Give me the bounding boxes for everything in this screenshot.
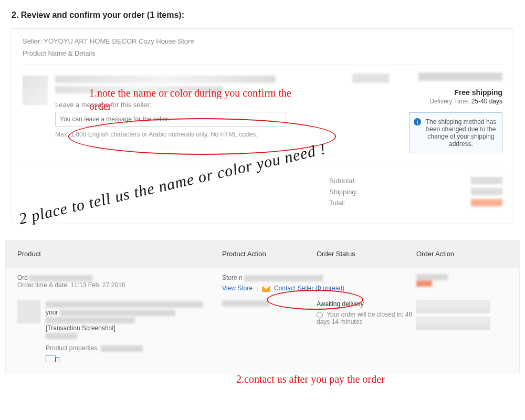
product-action-cell: Store n View Store | Contact Seller (0 u… (222, 274, 416, 292)
delivery-time-days: 25-40 days (471, 98, 502, 105)
redacted-text (55, 86, 223, 93)
message-help-text: Max. 1,000 English characters or Arabic … (55, 131, 295, 138)
step-title: 2. Review and confirm your order (1 item… (0, 0, 525, 28)
subtotal-row: Subtotal: (329, 177, 502, 185)
awaiting-delivery-label: Awaiting delivery (317, 300, 416, 308)
redacted-text (29, 275, 92, 281)
free-shipping-label: Free shipping (397, 88, 502, 97)
redacted-value (471, 177, 502, 184)
shipping-label: Shipping: (329, 188, 358, 196)
leave-message-label: Leave a message for this seller: (55, 101, 295, 109)
contact-seller-link[interactable]: Contact Seller (0 unread) (274, 285, 344, 292)
annotation-note-2: 2.contact us after you pay the order (236, 373, 385, 386)
redacted-text (55, 76, 276, 83)
product-thumbnail (23, 76, 48, 105)
order-action-button[interactable] (416, 317, 490, 330)
contact-seller-text: Contact Seller (274, 285, 313, 292)
clock-icon (317, 312, 323, 318)
shipping-change-notice: i The shipping method has been changed d… (409, 112, 502, 153)
product-main-col: Leave a message for this seller: Max. 1,… (55, 72, 300, 138)
redacted-text (416, 280, 432, 287)
product-thumbnail (17, 300, 40, 323)
seller-message-input[interactable] (55, 112, 286, 127)
redacted-text (416, 274, 448, 280)
product-action-body (222, 300, 317, 362)
product-description: your [Transaction Screenshot] Product pr… (46, 300, 222, 362)
shipping-change-text: The shipping method has been changed due… (426, 118, 497, 148)
order-status-body: Awaiting delivery Your order will be clo… (317, 300, 416, 362)
redacted-text (101, 345, 143, 352)
divider (23, 164, 502, 164)
seller-name: YOYOYU ART HOME DECOR Cozy House Store (44, 37, 194, 45)
redacted-text (46, 317, 135, 323)
header-order-action: Order Action (416, 250, 508, 258)
product-properties-label: Product properties: (46, 344, 99, 352)
header-order-status: Order Status (317, 250, 416, 258)
transaction-snapshot-label: [Transaction Screenshot] (46, 324, 222, 332)
redacted-text (222, 300, 269, 307)
product-row: Leave a message for this seller: Max. 1,… (23, 72, 502, 153)
redacted-text (60, 310, 175, 316)
redacted-value (471, 188, 502, 195)
shipping-col: Free shipping Delivery Time: 25-40 days … (397, 72, 502, 153)
close-in-prefix: Your order will be closed in: (327, 311, 403, 318)
redacted-text (46, 301, 203, 308)
divider (23, 65, 502, 65)
review-order-panel: Seller: YOYOYU ART HOME DECOR Cozy House… (12, 28, 513, 224)
product-details-label: Product Name & Details (23, 49, 502, 57)
delivery-time: Delivery Time: 25-40 days (397, 98, 502, 105)
order-body-row: your [Transaction Screenshot] Product pr… (6, 292, 519, 373)
view-store-link[interactable]: View Store (222, 285, 253, 292)
order-time-value: 11:13 Feb. 27 2018 (70, 281, 125, 289)
order-action-meta (416, 274, 508, 292)
orders-table-header: Product Product Action Order Status Orde… (6, 240, 519, 267)
product-desc-your: your (46, 309, 58, 316)
order-id-prefix: Ord (17, 274, 28, 281)
order-meta-row: Ord Order time & date: 11:13 Feb. 27 201… (6, 267, 519, 292)
redacted-value (471, 199, 502, 206)
store-prefix: Store n (222, 274, 243, 281)
seller-line: Seller: YOYOYU ART HOME DECOR Cozy House… (23, 37, 502, 45)
redacted-text (352, 74, 389, 83)
truck-icon (46, 355, 56, 362)
unread-word: unread) (321, 285, 344, 292)
totals-block: Subtotal: Shipping: Total: (23, 174, 502, 210)
delivery-time-label: Delivery Time: (429, 98, 469, 105)
separator: | (256, 285, 258, 292)
info-icon: i (414, 118, 421, 125)
header-product-action: Product Action (222, 250, 317, 258)
order-id-cell: Ord Order time & date: 11:13 Feb. 27 201… (17, 274, 222, 292)
orders-table: Product Product Action Order Status Orde… (5, 240, 520, 373)
redacted-text (244, 275, 323, 281)
subtotal-label: Subtotal: (329, 177, 356, 185)
total-label: Total: (329, 199, 345, 207)
redacted-text (418, 72, 502, 81)
header-product: Product (17, 250, 222, 258)
seller-label: Seller: (23, 37, 42, 45)
total-row: Total: (329, 199, 502, 207)
redacted-text (46, 333, 77, 339)
order-action-button[interactable] (416, 300, 490, 313)
envelope-icon (262, 286, 270, 292)
order-time-label: Order time & date: (17, 281, 69, 289)
shipping-row: Shipping: (329, 188, 502, 196)
qty-price-col (300, 72, 389, 83)
order-action-body (416, 300, 508, 362)
